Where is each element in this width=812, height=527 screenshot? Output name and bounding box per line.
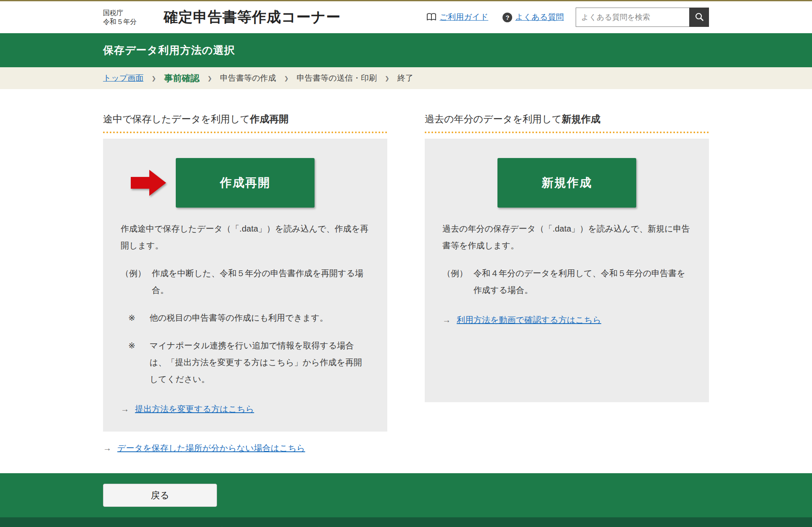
book-icon <box>426 13 436 21</box>
change-submission-link[interactable]: 提出方法を変更する方はこちら <box>135 403 254 415</box>
footer-links: お問い合わせ 個人情報保護方針 利用規約 推奨環境 <box>103 526 336 527</box>
footer-link-contact[interactable]: お問い合わせ <box>103 526 152 527</box>
faq-link[interactable]: ? よくある質問 <box>503 12 564 23</box>
action-band: 戻る <box>0 473 812 517</box>
note-text: 他の税目の申告書等の作成にも利用できます。 <box>150 309 328 326</box>
example-text: 令和４年分のデータを利用して、令和５年分の申告書を作成する場合。 <box>473 265 691 298</box>
red-arrow-icon <box>131 170 166 196</box>
breadcrumb-finish: 終了 <box>397 73 413 84</box>
new-title-normal: 過去の年分のデータを利用して <box>425 113 562 124</box>
chevron-right-icon: ❯ <box>151 75 156 82</box>
site-header: 国税庁 令和５年分 確定申告書等作成コーナー ご利用ガイド ? よくある質問 <box>0 1 812 33</box>
breadcrumb-top[interactable]: トップ画面 <box>103 73 143 84</box>
chevron-right-icon: ❯ <box>284 75 289 82</box>
resume-title-normal: 途中で保存したデータを利用して <box>103 113 250 124</box>
breadcrumb-create: 申告書等の作成 <box>220 73 276 84</box>
guide-link[interactable]: ご利用ガイド <box>426 12 488 23</box>
resume-description: 作成途中で保存したデータ（「.data」）を読み込んで、作成を再開します。 <box>121 220 370 254</box>
note-marker: ※ <box>128 309 135 326</box>
guide-link-label: ご利用ガイド <box>439 12 488 23</box>
new-creation-section-title: 過去の年分のデータを利用して新規作成 <box>425 113 709 133</box>
tax-year-label: 令和５年分 <box>103 17 137 26</box>
resume-card: 作成再開 作成途中で保存したデータ（「.data」）を読み込んで、作成を再開しま… <box>103 139 387 432</box>
search-button[interactable] <box>689 8 709 27</box>
page-title-bar: 保存データ利用方法の選択 <box>0 33 812 67</box>
example-marker: （例） <box>442 265 468 298</box>
new-creation-description: 過去の年分の保存データ（「.data」）を読み込んで、新規に申告書等を作成します… <box>442 220 691 254</box>
change-submission-link-row: → 提出方法を変更する方はこちら <box>121 403 370 415</box>
site-footer: お問い合わせ 個人情報保護方針 利用規約 推奨環境 Copyright (c) … <box>0 517 812 527</box>
resume-section: 途中で保存したデータを利用して作成再開 作成再開 作成途中で保存したデータ（「.… <box>103 113 387 454</box>
note-marker: ※ <box>128 337 135 387</box>
new-creation-button[interactable]: 新規作成 <box>497 158 636 208</box>
breadcrumb-precheck: 事前確認 <box>164 72 199 84</box>
example-text: 作成を中断した、令和５年分の申告書作成を再開する場合。 <box>152 265 370 298</box>
footer-link-privacy[interactable]: 個人情報保護方針 <box>171 526 235 527</box>
resume-note-2: ※ マイナポータル連携を行い追加で情報を取得する場合は、「提出方法を変更する方は… <box>121 337 370 387</box>
question-icon: ? <box>503 13 512 22</box>
resume-button[interactable]: 作成再開 <box>176 158 315 208</box>
resume-section-title: 途中で保存したデータを利用して作成再開 <box>103 113 387 133</box>
agency-label: 国税庁 令和５年分 <box>103 8 137 26</box>
search-input[interactable] <box>576 8 689 27</box>
faq-link-label: よくある質問 <box>515 12 564 23</box>
note-text: マイナポータル連携を行い追加で情報を取得する場合は、「提出方法を変更する方はこち… <box>150 337 370 387</box>
arrow-right-icon: → <box>442 315 451 325</box>
new-creation-example: （例） 令和４年分のデータを利用して、令和５年分の申告書を作成する場合。 <box>442 265 691 298</box>
example-marker: （例） <box>121 265 146 298</box>
resume-note-1: ※ 他の税目の申告書等の作成にも利用できます。 <box>121 309 370 326</box>
header-links: ご利用ガイド ? よくある質問 <box>426 12 564 23</box>
new-creation-card: 新規作成 過去の年分の保存データ（「.data」）を読み込んで、新規に申告書等を… <box>425 139 709 402</box>
video-guide-link-row: → 利用方法を動画で確認する方はこちら <box>442 314 691 326</box>
saved-location-help-link-row: → データを保存した場所が分からない場合はこちら <box>103 443 387 454</box>
breadcrumb: トップ画面 ❯ 事前確認 ❯ 申告書等の作成 ❯ 申告書等の送信・印刷 ❯ 終了 <box>103 72 709 84</box>
agency-name: 国税庁 <box>103 8 137 17</box>
breadcrumb-bar: トップ画面 ❯ 事前確認 ❯ 申告書等の作成 ❯ 申告書等の送信・印刷 ❯ 終了 <box>0 67 812 89</box>
arrow-right-icon: → <box>103 443 111 453</box>
footer-link-environment[interactable]: 推奨環境 <box>304 526 336 527</box>
arrow-right-icon: → <box>121 404 129 414</box>
footer-link-terms[interactable]: 利用規約 <box>254 526 286 527</box>
site-title: 確定申告書等作成コーナー <box>164 8 341 27</box>
back-button[interactable]: 戻る <box>103 484 217 507</box>
video-guide-link[interactable]: 利用方法を動画で確認する方はこちら <box>457 314 601 326</box>
chevron-right-icon: ❯ <box>385 75 389 82</box>
resume-example: （例） 作成を中断した、令和５年分の申告書作成を再開する場合。 <box>121 265 370 298</box>
new-title-bold: 新規作成 <box>562 113 600 124</box>
search-icon <box>695 12 704 23</box>
breadcrumb-send-print: 申告書等の送信・印刷 <box>297 73 377 84</box>
saved-location-help-link[interactable]: データを保存した場所が分からない場合はこちら <box>117 443 305 454</box>
page-title: 保存データ利用方法の選択 <box>103 43 709 57</box>
faq-search <box>576 8 709 27</box>
new-creation-section: 過去の年分のデータを利用して新規作成 新規作成 過去の年分の保存データ（「.da… <box>425 113 709 402</box>
resume-title-bold: 作成再開 <box>250 113 288 124</box>
chevron-right-icon: ❯ <box>207 75 212 82</box>
